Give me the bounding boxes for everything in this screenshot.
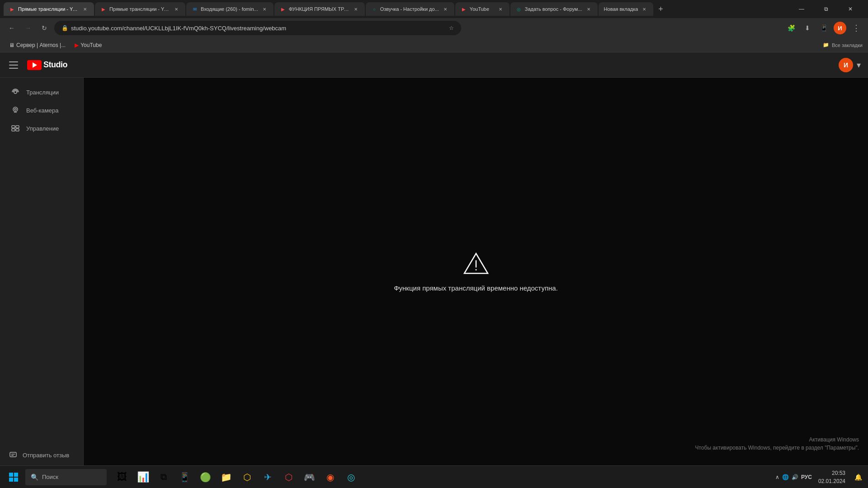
chevron-up-icon[interactable]: ∧ [775,474,779,480]
tab-3[interactable]: ✉ Входящие (260) - fomin... ✕ [186,2,274,16]
taskbar-files[interactable]: 📁 [216,467,236,487]
taskbar-clock[interactable]: 20:53 02.01.2024 [815,469,849,485]
tab-6-close[interactable]: ✕ [497,5,504,13]
page-wrapper: Трансляции Веб-камера [0,78,868,465]
new-tab-button[interactable]: + [654,3,667,15]
viber-icon: 📱 [179,472,190,483]
tab-8-title: Новая вкладка [604,6,638,12]
taskbar-task-view[interactable]: ⧉ [154,467,174,487]
tab-8[interactable]: Новая вкладка ✕ [599,2,654,16]
broadcasts-label: Трансляции [26,89,59,96]
windows-quad-4 [14,478,18,482]
sidebar: Трансляции Веб-камера [0,78,84,465]
tab-6[interactable]: ▶ YouTube ✕ [455,2,509,16]
warning-icon [462,252,490,275]
start-button[interactable] [4,467,24,487]
extensions-icon[interactable]: 🧩 [785,22,797,34]
hamburger-line-3 [9,68,18,69]
windows-quad-3 [9,478,13,482]
bookmark-youtube[interactable]: ▶ YouTube [71,41,105,49]
minimize-button[interactable]: — [791,2,812,16]
sidebar-item-webcam[interactable]: Веб-камера [2,101,81,119]
yellow-app-icon: ⬡ [243,472,251,483]
profile-avatar[interactable]: И [834,22,846,34]
taskbar-search-bar[interactable]: 🔍 Поиск [25,469,107,485]
menu-icon[interactable]: ⋮ [850,22,863,34]
taskbar-app-green[interactable]: 🟢 [195,467,215,487]
tab-7-title: Задать вопрос - Форум... [525,6,582,12]
taskbar-app-2[interactable]: 📊 [133,467,153,487]
tab-5[interactable]: ○ Озвучка - Настройки до... ✕ [366,2,454,16]
taskbar-app-yellow[interactable]: ⬡ [237,467,257,487]
taskbar-app-red[interactable]: ⬡ [278,467,298,487]
restore-button[interactable]: ⧉ [816,2,836,16]
star-icon[interactable]: ☆ [449,25,454,31]
taskbar-app-circle2[interactable]: ◎ [341,467,361,487]
feedback-icon [9,450,17,460]
tab-5-close[interactable]: ✕ [442,5,449,13]
taskbar-steam[interactable]: 🎮 [299,467,319,487]
send-feedback-button[interactable]: Отправить отзыв [9,450,74,460]
taskbar-explorer[interactable]: 🖼 [112,467,132,487]
feedback-label: Отправить отзыв [23,452,69,459]
tab-6-favicon: ▶ [461,6,467,12]
yt-studio-logo[interactable]: Studio [27,60,67,70]
green-app-icon: 🟢 [200,472,211,483]
activation-line2: Чтобы активировать Windows, перейдите в … [695,444,859,452]
taskbar-viber[interactable]: 📱 [175,467,194,487]
explorer-icon: 🖼 [117,471,127,483]
activation-watermark: Активация Windows Чтобы активировать Win… [695,436,859,452]
tab-4-close[interactable]: ✕ [352,5,359,13]
taskbar-apps: 🖼 📊 ⧉ 📱 🟢 📁 ⬡ ✈ ⬡ 🎮 ◉ [112,467,361,487]
back-button[interactable]: ← [5,22,18,34]
manage-icon [11,124,20,133]
sidebar-item-manage[interactable]: Управление [2,119,81,137]
taskbar-telegram[interactable]: ✈ [258,467,278,487]
bookmark-aternos[interactable]: 🖥 Сервер | Aternos |... [5,41,69,49]
network-icon[interactable]: 🌐 [782,474,789,480]
svg-point-1 [13,107,18,112]
download-icon[interactable]: ⬇ [801,22,814,34]
forward-button[interactable]: → [22,22,34,34]
close-button[interactable]: ✕ [840,2,861,16]
svg-rect-4 [12,126,15,128]
lang-indicator[interactable]: РУС [801,474,812,480]
speaker-icon[interactable]: 🔊 [792,474,798,480]
tab-2-close[interactable]: ✕ [173,5,180,13]
tab-7-close[interactable]: ✕ [585,5,592,13]
webcam-label: Веб-камера [26,107,58,114]
mobile-icon[interactable]: 📱 [817,22,830,34]
tab-4[interactable]: ▶ ФУНКЦИЯ ПРЯМЫХ ТРА... ✕ [274,2,365,16]
windows-icon [9,473,18,482]
system-icons: ∧ 🌐 🔊 [775,474,798,480]
hamburger-line-2 [9,65,18,66]
tab-5-title: Озвучка - Настройки до... [380,6,439,12]
tab-8-close[interactable]: ✕ [641,5,648,13]
tab-5-favicon: ○ [371,6,377,12]
tab-1[interactable]: ▶ Прямые трансляции - Yo... ✕ [4,2,94,16]
clock-time: 20:53 [818,469,845,477]
tab-7[interactable]: ◎ Задать вопрос - Форум... ✕ [510,2,598,16]
header-avatar[interactable]: И [839,58,853,72]
tab-3-title: Входящие (260) - fomin... [201,6,258,12]
url-bar[interactable]: 🔒 studio.youtube.com/channel/UCKLLbjL1IK… [54,21,461,35]
tab-4-favicon: ▶ [280,6,286,12]
manage-label: Управление [26,125,59,132]
tab-2[interactable]: ▶ Прямые трансляции - Yo... ✕ [95,2,185,16]
bookmarks-right[interactable]: 📁 Все закладки [823,42,863,48]
hamburger-menu[interactable] [7,57,24,73]
taskbar-app-circle1[interactable]: ◉ [320,467,340,487]
search-label: Поиск [42,474,58,480]
bookmarks-bar: 🖥 Сервер | Aternos |... ▶ YouTube 📁 Все … [0,38,868,52]
windows-quad-1 [9,473,13,477]
telegram-icon: ✈ [264,472,272,483]
bookmark-aternos-favicon: 🖥 [9,42,14,48]
yt-studio-header: Studio И ▾ [0,52,868,78]
sidebar-item-broadcasts[interactable]: Трансляции [2,83,81,101]
reload-button[interactable]: ↻ [38,22,51,34]
header-chevron-icon[interactable]: ▾ [857,60,861,70]
tab-3-close[interactable]: ✕ [261,5,268,13]
sidebar-footer: Отправить отзыв [0,445,83,465]
notifications-icon[interactable]: 🔔 [852,471,864,483]
tab-1-close[interactable]: ✕ [81,5,89,13]
